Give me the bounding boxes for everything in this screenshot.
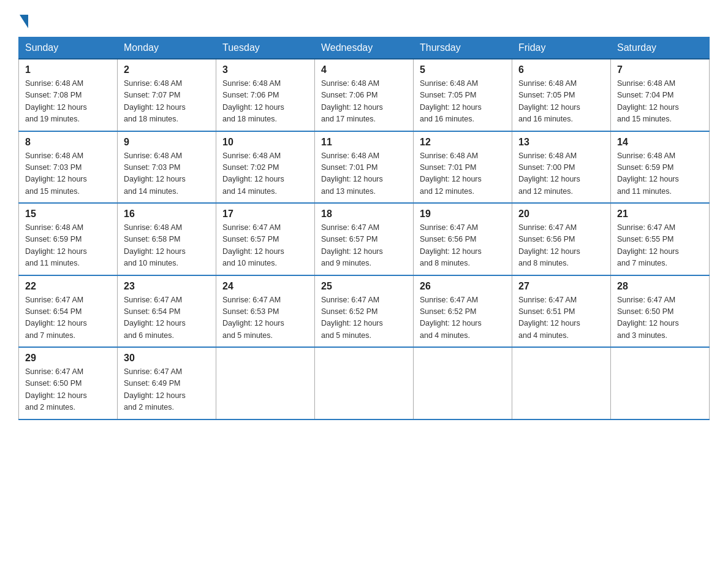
day-info: Sunrise: 6:47 AMSunset: 6:54 PMDaylight:… xyxy=(124,296,186,340)
week-row-5: 29Sunrise: 6:47 AMSunset: 6:50 PMDayligh… xyxy=(19,347,710,419)
day-number: 9 xyxy=(124,137,210,148)
calendar-cell: 14Sunrise: 6:48 AMSunset: 6:59 PMDayligh… xyxy=(611,131,710,204)
col-header-friday: Friday xyxy=(512,37,611,59)
col-header-monday: Monday xyxy=(118,37,216,59)
calendar-header-row: SundayMondayTuesdayWednesdayThursdayFrid… xyxy=(19,37,710,59)
logo xyxy=(18,12,28,26)
col-header-tuesday: Tuesday xyxy=(216,37,315,59)
day-info: Sunrise: 6:48 AMSunset: 7:01 PMDaylight:… xyxy=(420,151,482,196)
col-header-sunday: Sunday xyxy=(19,37,118,59)
day-info: Sunrise: 6:47 AMSunset: 6:56 PMDaylight:… xyxy=(518,223,580,267)
week-row-3: 15Sunrise: 6:48 AMSunset: 6:59 PMDayligh… xyxy=(19,203,710,275)
calendar-cell: 6Sunrise: 6:48 AMSunset: 7:05 PMDaylight… xyxy=(512,59,611,131)
calendar-cell: 29Sunrise: 6:47 AMSunset: 6:50 PMDayligh… xyxy=(19,347,118,419)
calendar-cell: 13Sunrise: 6:48 AMSunset: 7:00 PMDayligh… xyxy=(512,131,611,204)
day-number: 26 xyxy=(420,281,506,292)
calendar-cell: 20Sunrise: 6:47 AMSunset: 6:56 PMDayligh… xyxy=(512,203,611,275)
day-info: Sunrise: 6:47 AMSunset: 6:52 PMDaylight:… xyxy=(420,296,482,340)
calendar-cell xyxy=(512,347,611,419)
day-info: Sunrise: 6:48 AMSunset: 7:05 PMDaylight:… xyxy=(420,79,482,123)
day-info: Sunrise: 6:47 AMSunset: 6:49 PMDaylight:… xyxy=(124,367,186,412)
day-number: 28 xyxy=(617,281,703,292)
day-info: Sunrise: 6:47 AMSunset: 6:53 PMDaylight:… xyxy=(222,296,284,340)
day-number: 25 xyxy=(321,281,407,292)
day-number: 8 xyxy=(25,137,111,148)
calendar-cell xyxy=(611,347,710,419)
day-info: Sunrise: 6:48 AMSunset: 7:03 PMDaylight:… xyxy=(124,151,186,196)
day-number: 16 xyxy=(124,209,210,220)
day-number: 3 xyxy=(222,64,308,75)
col-header-wednesday: Wednesday xyxy=(315,37,414,59)
calendar-cell: 19Sunrise: 6:47 AMSunset: 6:56 PMDayligh… xyxy=(414,203,512,275)
day-number: 13 xyxy=(518,137,604,148)
day-info: Sunrise: 6:47 AMSunset: 6:54 PMDaylight:… xyxy=(25,296,87,340)
day-info: Sunrise: 6:47 AMSunset: 6:50 PMDaylight:… xyxy=(617,296,679,340)
day-number: 21 xyxy=(617,209,703,220)
day-info: Sunrise: 6:48 AMSunset: 6:58 PMDaylight:… xyxy=(124,223,186,267)
day-number: 5 xyxy=(420,64,506,75)
logo-arrow-icon xyxy=(20,15,28,28)
col-header-thursday: Thursday xyxy=(414,37,512,59)
calendar-cell: 26Sunrise: 6:47 AMSunset: 6:52 PMDayligh… xyxy=(414,275,512,348)
calendar-cell: 12Sunrise: 6:48 AMSunset: 7:01 PMDayligh… xyxy=(414,131,512,204)
day-info: Sunrise: 6:48 AMSunset: 7:05 PMDaylight:… xyxy=(518,79,580,123)
day-info: Sunrise: 6:48 AMSunset: 7:03 PMDaylight:… xyxy=(25,151,87,196)
day-number: 11 xyxy=(321,137,407,148)
calendar-cell: 23Sunrise: 6:47 AMSunset: 6:54 PMDayligh… xyxy=(118,275,216,348)
day-number: 12 xyxy=(420,137,506,148)
day-number: 19 xyxy=(420,209,506,220)
calendar-cell: 11Sunrise: 6:48 AMSunset: 7:01 PMDayligh… xyxy=(315,131,414,204)
day-info: Sunrise: 6:48 AMSunset: 7:02 PMDaylight:… xyxy=(222,151,284,196)
day-info: Sunrise: 6:47 AMSunset: 6:57 PMDaylight:… xyxy=(321,223,383,267)
calendar-cell xyxy=(414,347,512,419)
calendar-cell: 17Sunrise: 6:47 AMSunset: 6:57 PMDayligh… xyxy=(216,203,315,275)
calendar-cell: 9Sunrise: 6:48 AMSunset: 7:03 PMDaylight… xyxy=(118,131,216,204)
day-number: 23 xyxy=(124,281,210,292)
day-info: Sunrise: 6:48 AMSunset: 7:07 PMDaylight:… xyxy=(124,79,186,123)
day-number: 7 xyxy=(617,64,703,75)
day-number: 1 xyxy=(25,64,111,75)
day-number: 18 xyxy=(321,209,407,220)
calendar-cell: 4Sunrise: 6:48 AMSunset: 7:06 PMDaylight… xyxy=(315,59,414,131)
day-info: Sunrise: 6:47 AMSunset: 6:52 PMDaylight:… xyxy=(321,296,383,340)
calendar-cell xyxy=(315,347,414,419)
calendar-cell: 27Sunrise: 6:47 AMSunset: 6:51 PMDayligh… xyxy=(512,275,611,348)
day-info: Sunrise: 6:48 AMSunset: 7:01 PMDaylight:… xyxy=(321,151,383,196)
calendar-cell xyxy=(216,347,315,419)
day-number: 4 xyxy=(321,64,407,75)
calendar-cell: 30Sunrise: 6:47 AMSunset: 6:49 PMDayligh… xyxy=(118,347,216,419)
day-info: Sunrise: 6:47 AMSunset: 6:56 PMDaylight:… xyxy=(420,223,482,267)
day-number: 20 xyxy=(518,209,604,220)
week-row-4: 22Sunrise: 6:47 AMSunset: 6:54 PMDayligh… xyxy=(19,275,710,348)
calendar-cell: 25Sunrise: 6:47 AMSunset: 6:52 PMDayligh… xyxy=(315,275,414,348)
day-info: Sunrise: 6:47 AMSunset: 6:50 PMDaylight:… xyxy=(25,367,87,412)
day-info: Sunrise: 6:47 AMSunset: 6:51 PMDaylight:… xyxy=(518,296,580,340)
day-info: Sunrise: 6:48 AMSunset: 7:00 PMDaylight:… xyxy=(518,151,580,196)
calendar-cell: 18Sunrise: 6:47 AMSunset: 6:57 PMDayligh… xyxy=(315,203,414,275)
day-info: Sunrise: 6:48 AMSunset: 7:08 PMDaylight:… xyxy=(25,79,87,123)
day-number: 15 xyxy=(25,209,111,220)
calendar-cell: 16Sunrise: 6:48 AMSunset: 6:58 PMDayligh… xyxy=(118,203,216,275)
day-number: 10 xyxy=(222,137,308,148)
day-number: 24 xyxy=(222,281,308,292)
day-number: 14 xyxy=(617,137,703,148)
calendar-cell: 24Sunrise: 6:47 AMSunset: 6:53 PMDayligh… xyxy=(216,275,315,348)
day-info: Sunrise: 6:47 AMSunset: 6:57 PMDaylight:… xyxy=(222,223,284,267)
calendar-cell: 28Sunrise: 6:47 AMSunset: 6:50 PMDayligh… xyxy=(611,275,710,348)
day-number: 30 xyxy=(124,353,210,364)
day-info: Sunrise: 6:48 AMSunset: 6:59 PMDaylight:… xyxy=(25,223,87,267)
calendar-cell: 1Sunrise: 6:48 AMSunset: 7:08 PMDaylight… xyxy=(19,59,118,131)
calendar-cell: 22Sunrise: 6:47 AMSunset: 6:54 PMDayligh… xyxy=(19,275,118,348)
calendar-cell: 10Sunrise: 6:48 AMSunset: 7:02 PMDayligh… xyxy=(216,131,315,204)
calendar-cell: 8Sunrise: 6:48 AMSunset: 7:03 PMDaylight… xyxy=(19,131,118,204)
calendar-cell: 7Sunrise: 6:48 AMSunset: 7:04 PMDaylight… xyxy=(611,59,710,131)
day-info: Sunrise: 6:48 AMSunset: 7:04 PMDaylight:… xyxy=(617,79,679,123)
day-info: Sunrise: 6:48 AMSunset: 7:06 PMDaylight:… xyxy=(321,79,383,123)
day-info: Sunrise: 6:48 AMSunset: 6:59 PMDaylight:… xyxy=(617,151,679,196)
day-number: 29 xyxy=(25,353,111,364)
calendar-cell: 3Sunrise: 6:48 AMSunset: 7:06 PMDaylight… xyxy=(216,59,315,131)
calendar-cell: 21Sunrise: 6:47 AMSunset: 6:55 PMDayligh… xyxy=(611,203,710,275)
calendar-cell: 15Sunrise: 6:48 AMSunset: 6:59 PMDayligh… xyxy=(19,203,118,275)
calendar-table: SundayMondayTuesdayWednesdayThursdayFrid… xyxy=(18,37,710,420)
day-number: 6 xyxy=(518,64,604,75)
